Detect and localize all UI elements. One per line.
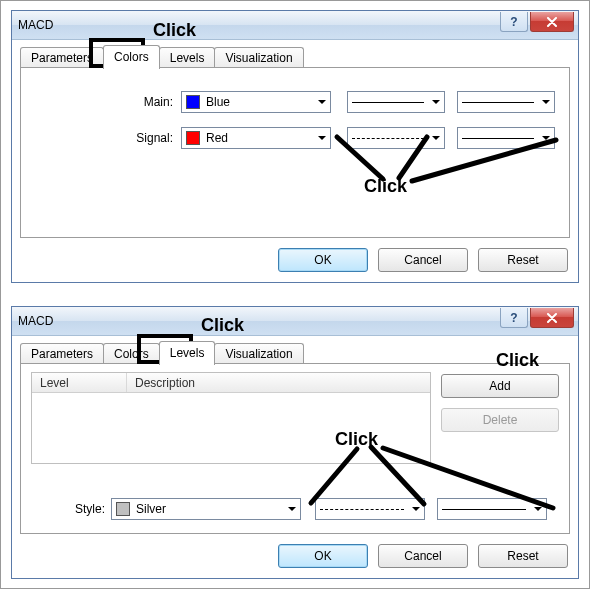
style-color-combo[interactable]: Silver <box>111 498 301 520</box>
macd-dialog-levels: MACD ? Parameters Colors Levels Visualiz… <box>11 306 579 579</box>
color-swatch-icon <box>186 95 200 109</box>
delete-button: Delete <box>441 408 559 432</box>
main-line-style-combo[interactable] <box>347 91 445 113</box>
close-icon <box>546 313 558 323</box>
tab-visualization[interactable]: Visualization <box>214 343 303 364</box>
help-icon: ? <box>510 311 517 325</box>
row-style: Style: Silver <box>21 497 569 521</box>
tabstrip: Parameters Colors Levels Visualization <box>20 46 303 68</box>
titlebar[interactable]: MACD ? <box>12 11 578 40</box>
chevron-down-icon <box>538 92 554 112</box>
color-swatch-icon <box>116 502 130 516</box>
main-color-text: Blue <box>206 95 314 109</box>
macd-dialog-colors: MACD ? Parameters Colors Levels Visualiz… <box>11 10 579 283</box>
levels-side-buttons: Add Delete <box>441 374 559 432</box>
tab-visualization[interactable]: Visualization <box>214 47 303 68</box>
ok-button[interactable]: OK <box>278 544 368 568</box>
close-icon <box>546 17 558 27</box>
style-line-style-combo[interactable] <box>315 498 425 520</box>
tab-colors[interactable]: Colors <box>103 45 160 69</box>
line-solid-icon <box>462 138 534 139</box>
header-description[interactable]: Description <box>127 376 430 390</box>
dialog-buttons: OK Cancel Reset <box>278 544 568 568</box>
signal-color-combo[interactable]: Red <box>181 127 331 149</box>
levels-tabpanel: Level Description Add Delete Style: Silv… <box>20 363 570 534</box>
levels-table[interactable]: Level Description <box>31 372 431 464</box>
signal-line-style-combo[interactable] <box>347 127 445 149</box>
help-button[interactable]: ? <box>500 308 528 328</box>
ok-button[interactable]: OK <box>278 248 368 272</box>
row-signal: Signal: Red <box>21 126 569 150</box>
add-button[interactable]: Add <box>441 374 559 398</box>
line-solid-icon <box>442 509 526 510</box>
signal-label: Signal: <box>21 131 181 145</box>
tabstrip: Parameters Colors Levels Visualization <box>20 342 303 364</box>
main-color-combo[interactable]: Blue <box>181 91 331 113</box>
line-dashed-icon <box>320 509 404 510</box>
close-button[interactable] <box>530 308 574 328</box>
cancel-button[interactable]: Cancel <box>378 248 468 272</box>
line-solid-icon <box>352 102 424 103</box>
reset-button[interactable]: Reset <box>478 248 568 272</box>
line-dashed-icon <box>352 138 424 139</box>
line-solid-icon <box>462 102 534 103</box>
tab-parameters[interactable]: Parameters <box>20 343 104 364</box>
header-level[interactable]: Level <box>32 373 127 392</box>
chevron-down-icon <box>314 128 330 148</box>
tab-levels[interactable]: Levels <box>159 47 216 68</box>
titlebar[interactable]: MACD ? <box>12 307 578 336</box>
chevron-down-icon <box>530 499 546 519</box>
signal-line-width-combo[interactable] <box>457 127 555 149</box>
chevron-down-icon <box>428 92 444 112</box>
dialog-buttons: OK Cancel Reset <box>278 248 568 272</box>
main-line-width-combo[interactable] <box>457 91 555 113</box>
main-label: Main: <box>21 95 181 109</box>
help-button[interactable]: ? <box>500 12 528 32</box>
signal-color-text: Red <box>206 131 314 145</box>
chevron-down-icon <box>408 499 424 519</box>
style-label: Style: <box>21 502 111 516</box>
reset-button[interactable]: Reset <box>478 544 568 568</box>
chevron-down-icon <box>428 128 444 148</box>
cancel-button[interactable]: Cancel <box>378 544 468 568</box>
close-button[interactable] <box>530 12 574 32</box>
chevron-down-icon <box>284 499 300 519</box>
colors-tabpanel: Main: Blue Signal: <box>20 67 570 238</box>
tab-parameters[interactable]: Parameters <box>20 47 104 68</box>
window-title: MACD <box>18 18 53 32</box>
levels-table-header: Level Description <box>32 373 430 393</box>
row-main: Main: Blue <box>21 90 569 114</box>
window-title: MACD <box>18 314 53 328</box>
color-swatch-icon <box>186 131 200 145</box>
chevron-down-icon <box>538 128 554 148</box>
style-line-width-combo[interactable] <box>437 498 547 520</box>
tab-colors[interactable]: Colors <box>103 343 160 364</box>
style-color-text: Silver <box>136 502 284 516</box>
tab-levels[interactable]: Levels <box>159 341 216 365</box>
help-icon: ? <box>510 15 517 29</box>
chevron-down-icon <box>314 92 330 112</box>
